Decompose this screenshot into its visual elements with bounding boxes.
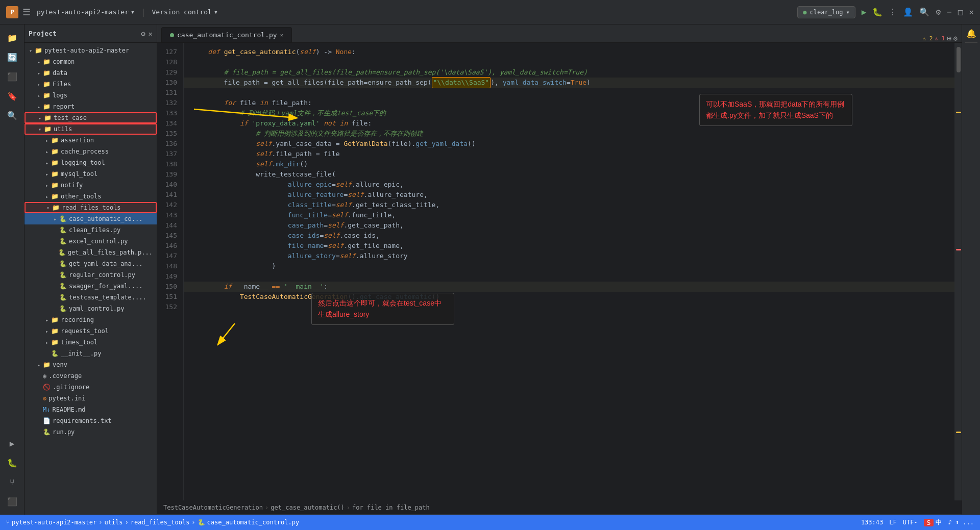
txt-file-icon: 📄 [43, 417, 51, 424]
tree-item-clean-files[interactable]: 🐍 clean_files.py [24, 224, 157, 236]
tree-item-data[interactable]: ▸ 📁 data [24, 67, 157, 79]
tree-item-readme[interactable]: M↓ README.md [24, 404, 157, 415]
code-line-147: allure_story = self .allure_story [184, 251, 954, 261]
tree-item-report[interactable]: ▸ 📁 report [24, 101, 157, 112]
run-config-label: clear_log [810, 9, 843, 16]
code-line-145: case_ids = self .case_ids, [184, 231, 954, 241]
tree-item-test-case[interactable]: ▸ 📁 test_case [24, 112, 157, 123]
find-button[interactable]: 🔍 [3, 106, 21, 124]
tree-item-cache-process[interactable]: ▸ 📁 cache_process [24, 146, 157, 157]
titlebar: P ☰ pytest-auto-api2-master ▾ | Version … [0, 0, 980, 24]
tree-item-files[interactable]: ▸ 📁 Files [24, 79, 157, 90]
settings-icon[interactable]: ⚙ [936, 7, 941, 17]
tree-item-swagger[interactable]: 🐍 swagger_for_yaml.... [24, 281, 157, 292]
tree-item-assertion[interactable]: ▸ 📁 assertion [24, 135, 157, 146]
chevron-right-icon: ▸ [43, 138, 51, 143]
tree-item-excel-control[interactable]: 🐍 excel_control.py [24, 236, 157, 247]
editor-tab-case-automatic[interactable]: case_automatic_control.py ✕ [161, 27, 292, 42]
tree-item-logs[interactable]: ▸ 📁 logs [24, 90, 157, 101]
editor-area: case_automatic_control.py ✕ ⚠ 2 ⚠ 1 ⊞ ⚙ … [157, 24, 962, 515]
tree-item-notify[interactable]: ▸ 📁 notify [24, 180, 157, 191]
more-options-button[interactable]: ⋮ [889, 7, 897, 17]
minimize-button[interactable]: − [947, 7, 952, 17]
tree-item-mysql-tool[interactable]: ▸ 📁 mysql_tool [24, 168, 157, 180]
tree-item-label: test_case [54, 114, 87, 121]
project-view-button[interactable]: 📁 [3, 29, 21, 47]
close-button[interactable]: ✕ [969, 7, 974, 17]
debug-button[interactable]: 🐛 [872, 7, 883, 17]
tree-item-get-all-files[interactable]: 🐍 get_all_files_path.p... [24, 247, 157, 258]
breadcrumb-method[interactable]: get_case_automatic() [271, 504, 345, 511]
tree-item-other-tools[interactable]: ▸ 📁 other_tools [24, 191, 157, 202]
annotation-text-1: 可以不加SaaS，那就回把data下的所有用例都生成.py文件，加了就只生成Sa… [706, 100, 845, 119]
statusbar-project[interactable]: ⑂ pytest-auto-api2-master › utils › read… [6, 519, 299, 526]
chevron-right-icon: ▸ [43, 183, 51, 188]
chevron-right-icon: ▸ [51, 216, 59, 222]
statusbar-line-ending[interactable]: LF [889, 519, 896, 526]
tree-item-init[interactable]: 🐍 __init__.py [24, 348, 157, 359]
run-button[interactable]: ▶ [862, 7, 867, 17]
chevron-right-icon: ▸ [43, 329, 51, 334]
editor-scrollbar[interactable] [954, 43, 962, 500]
statusbar-encoding[interactable]: UTF- [903, 519, 918, 526]
tree-item-label: data [53, 69, 67, 77]
breadcrumb-block[interactable]: for file in file_path [352, 504, 430, 511]
tree-root[interactable]: ▾ 📁 pytest-auto-api2-master [24, 45, 157, 56]
line-num-146: 146 [157, 241, 183, 251]
tree-item-case-automatic[interactable]: ▸ 🐍 case_automatic_co... [24, 213, 157, 224]
tree-item-venv[interactable]: ▸ 📁 venv [24, 359, 157, 370]
code-content[interactable]: def get_case_automatic ( self ) -> None … [184, 43, 954, 500]
python-file-icon: 🐍 [59, 238, 67, 245]
run-config-selector[interactable]: ● clear_log ▾ [797, 6, 855, 18]
project-switcher[interactable]: pytest-auto-api2-master ▾ [37, 8, 135, 16]
line-num-136: 136 [157, 139, 183, 149]
project-name: pytest-auto-api2-master [37, 8, 129, 16]
tree-item-utils[interactable]: ▾ 📁 utils [24, 123, 157, 135]
statusbar-ime[interactable]: S 中 [924, 518, 942, 527]
tree-item-pytest-ini[interactable]: ⚙ pytest.ini [24, 393, 157, 404]
tree-item-label: __init__.py [61, 350, 101, 357]
user-icon[interactable]: 👤 [903, 7, 913, 17]
ime-indicator: S [924, 519, 934, 526]
commit-button[interactable]: 🔄 [3, 48, 21, 66]
chevron-right-icon: ▸ [36, 115, 44, 121]
chevron-down-icon: ▾ [36, 127, 44, 132]
tree-item-read-files-tools[interactable]: ▾ 📁 read_files_tools [24, 202, 157, 213]
notification-bell-icon[interactable]: 🔔 [966, 29, 976, 38]
tree-item-requirements[interactable]: 📄 requirements.txt [24, 415, 157, 426]
vcs-switcher[interactable]: Version control ▾ [152, 8, 217, 16]
terminal-button[interactable]: ⬛ [3, 492, 21, 511]
panel-expand-icon[interactable]: ⊞ [947, 34, 951, 42]
bookmarks-button[interactable]: 🔖 [3, 87, 21, 105]
git-button[interactable]: ⑂ [3, 473, 21, 491]
panel-close-icon[interactable]: ✕ [149, 30, 153, 38]
panel-settings-icon[interactable]: ⚙ [141, 30, 145, 38]
python-file-icon: 🐍 [43, 428, 51, 436]
hamburger-menu[interactable]: ☰ [22, 7, 31, 17]
tree-item-common[interactable]: ▸ 📁 common [24, 56, 157, 67]
panel-options-icon[interactable]: ⚙ [953, 34, 958, 42]
debug-button-left[interactable]: 🐛 [3, 453, 21, 472]
tree-item-run-py[interactable]: 🐍 run.py [24, 426, 157, 438]
tree-item-gitignore[interactable]: 🚫 .gitignore [24, 382, 157, 393]
tree-item-coverage[interactable]: ◉ .coverage [24, 370, 157, 382]
run-button-left[interactable]: ▶ [3, 434, 21, 452]
maximize-button[interactable]: □ [958, 7, 963, 17]
tree-item-get-yaml-data[interactable]: 🐍 get_yaml_data_ana... [24, 258, 157, 269]
search-icon[interactable]: 🔍 [919, 7, 929, 17]
tree-item-requests-tool[interactable]: ▸ 📁 requests_tool [24, 325, 157, 337]
code-line-130: file_path = get_all_files(file_path=ensu… [184, 78, 954, 88]
structure-button[interactable]: ⬛ [3, 67, 21, 86]
tree-item-testcase-template[interactable]: 🐍 testcase_template.... [24, 292, 157, 303]
tab-close-button[interactable]: ✕ [280, 32, 283, 38]
tree-item-times-tool[interactable]: ▸ 📁 times_tool [24, 337, 157, 348]
tree-item-recording[interactable]: ▸ 📁 recording [24, 314, 157, 325]
statusbar-position[interactable]: 133:43 [861, 519, 883, 526]
tree-item-logging-tool[interactable]: ▸ 📁 logging_tool [24, 157, 157, 168]
tree-item-label: clean_files.py [69, 226, 120, 234]
tree-item-regular-control[interactable]: 🐍 regular_control.py [24, 269, 157, 281]
line-num-149: 149 [157, 271, 183, 282]
breadcrumb-class[interactable]: TestCaseAutomaticGeneration [163, 504, 263, 511]
line-numbers: 127 128 129 130 131 132 133 134 135 136 … [157, 43, 184, 500]
tree-item-yaml-control[interactable]: 🐍 yaml_control.py [24, 303, 157, 314]
